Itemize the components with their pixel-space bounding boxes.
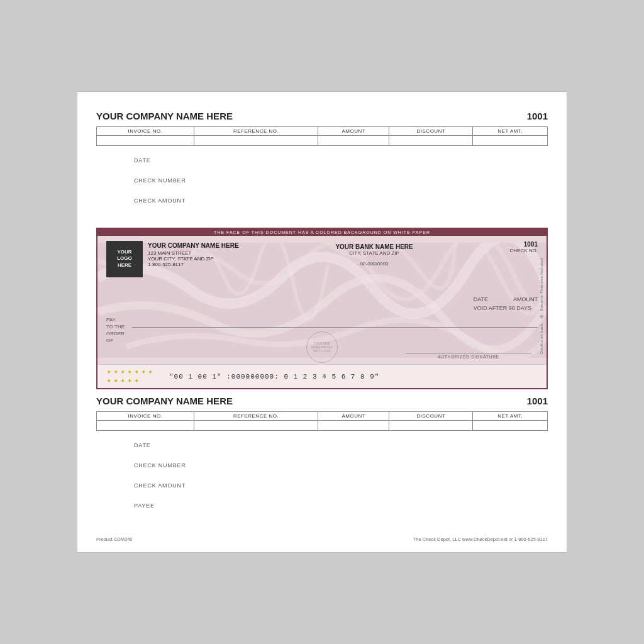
check-number-field-bottom: CHECK NUMBER <box>134 462 548 469</box>
micr-text: "00 1 00 1" :000000000: 0 1 2 3 4 5 6 7 … <box>169 373 379 380</box>
star-12: ✦ <box>134 377 139 384</box>
check-mid-row: DATE AMOUNT <box>106 296 538 303</box>
star-9: ✦ <box>113 377 118 384</box>
star-8: ✦ <box>106 377 111 384</box>
col-discount: DISCOUNT <box>389 126 473 135</box>
top-stub: YOUR COMPANY NAME HERE 1001 INVOICE NO. … <box>96 104 548 228</box>
top-check-number: 1001 <box>527 111 548 121</box>
logo-line3: HERE <box>118 262 131 269</box>
check-amount-field-bottom: CHECK AMOUNT <box>134 482 548 489</box>
star-10: ✦ <box>120 377 125 384</box>
logo-line1: YOUR <box>117 249 131 255</box>
bank-address: CITY, STATE AND ZIP <box>239 250 510 256</box>
check-company-name: YOUR COMPANY NAME HERE <box>148 241 239 250</box>
micr-line: ✦ ✦ ✦ ✦ ✦ ✦ ✦ ✦ ✦ ✦ ✦ ✦ "00 1 00 1" :000… <box>97 364 547 388</box>
star-3: ✦ <box>120 369 125 375</box>
check-number-field-top: CHECK NUMBER <box>134 177 548 184</box>
check-address1: 123 MAIN STREET <box>148 250 239 256</box>
security-back-text: Details on back. <box>540 322 543 354</box>
security-side: Security Features Included ⊕ Details on … <box>536 243 547 370</box>
col-reference-no: REFERENCE NO. <box>194 126 318 135</box>
star-1: ✦ <box>106 369 111 375</box>
check-center: YOUR BANK NAME HERE CITY, STATE AND ZIP … <box>239 241 510 267</box>
date-field-top: DATE <box>134 157 548 164</box>
security-banner: THE FACE OF THIS DOCUMENT HAS A COLORED … <box>97 229 547 236</box>
top-stub-fields: DATE CHECK NUMBER CHECK AMOUNT <box>96 157 548 204</box>
check-left: YOUR LOGO HERE YOUR COMPANY NAME HERE 12… <box>106 241 239 277</box>
col-net-amt: NET AMT. <box>473 126 548 135</box>
security-icon: ⊕ <box>540 314 544 319</box>
amount-label: AMOUNT <box>513 296 538 303</box>
col-amount: AMOUNT <box>318 126 389 135</box>
top-company-name: YOUR COMPANY NAME HERE <box>96 111 233 121</box>
logo-box: YOUR LOGO HERE <box>106 241 143 277</box>
check-top-row: YOUR LOGO HERE YOUR COMPANY NAME HERE 12… <box>106 241 538 277</box>
payee-field: PAYEE <box>134 502 548 509</box>
check-document: YOUR COMPANY NAME HERE 1001 INVOICE NO. … <box>77 91 567 553</box>
bottom-stub-fields: DATE CHECK NUMBER CHECK AMOUNT PAYEE <box>96 442 548 509</box>
check-no-label: CHECK NO. <box>510 248 538 253</box>
star-4: ✦ <box>127 369 132 375</box>
star-2: ✦ <box>113 369 118 375</box>
security-features-text: Security Features Included <box>540 258 543 311</box>
check-phone: 1-800-625-8117 <box>148 262 239 267</box>
date-label: DATE <box>474 296 488 303</box>
star-7: ✦ <box>148 369 153 375</box>
star-5: ✦ <box>134 369 139 375</box>
bottom-company-name: YOUR COMPANY NAME HERE <box>96 396 233 406</box>
bottom-check-number: 1001 <box>527 396 548 406</box>
watermark-text: FOUR MED MADE PROUD WITH LOVE <box>309 341 335 353</box>
void-label: VOID AFTER 90 DAYS <box>106 305 531 311</box>
bottom-stub: YOUR COMPANY NAME HERE 1001 INVOICE NO. … <box>96 389 548 526</box>
bottom-col-discount: DISCOUNT <box>389 412 473 421</box>
star-6: ✦ <box>141 369 146 375</box>
signature-label: AUTHORIZED SIGNATURE <box>406 355 531 359</box>
stars-pattern: ✦ ✦ ✦ ✦ ✦ ✦ ✦ ✦ ✦ ✦ ✦ ✦ <box>106 369 157 384</box>
signature-block: AUTHORIZED SIGNATURE <box>406 353 531 359</box>
star-11: ✦ <box>127 377 132 384</box>
logo-line2: LOGO <box>117 255 132 262</box>
check-amount-field-top: CHECK AMOUNT <box>134 197 548 204</box>
col-invoice-no: INVOICE NO. <box>97 126 194 135</box>
bottom-col-amount: AMOUNT <box>318 412 389 421</box>
pay-line <box>132 316 538 328</box>
check-address2: YOUR CITY, STATE AND ZIP <box>148 256 239 262</box>
top-invoice-table: INVOICE NO. REFERENCE NO. AMOUNT DISCOUN… <box>96 126 548 146</box>
bank-name: YOUR BANK NAME HERE <box>239 243 510 250</box>
watermark-circle: FOUR MED MADE PROUD WITH LOVE <box>306 331 338 363</box>
bottom-col-net-amt: NET AMT. <box>473 412 548 421</box>
bottom-col-reference-no: REFERENCE NO. <box>194 412 318 421</box>
company-info: YOUR COMPANY NAME HERE 123 MAIN STREET Y… <box>148 241 239 267</box>
bottom-invoice-table: INVOICE NO. REFERENCE NO. AMOUNT DISCOUN… <box>96 411 548 431</box>
check-section: THE FACE OF THIS DOCUMENT HAS A COLORED … <box>96 228 548 390</box>
check-right: 1001 CHECK NO. <box>510 241 538 253</box>
page-footer: Product CDM340 The Check Depot, LLC www.… <box>96 533 548 542</box>
product-code: Product CDM340 <box>96 536 133 542</box>
routing-number: 00-000/0000 <box>239 261 510 267</box>
pay-label: PAYTO THEORDEROF <box>106 316 125 345</box>
check-number-display: 1001 <box>510 241 538 248</box>
company-footer-info: The Check Depot, LLC www.CheckDepot.net … <box>413 536 548 542</box>
signature-line <box>406 353 531 353</box>
watermark: FOUR MED MADE PROUD WITH LOVE <box>306 331 338 363</box>
bottom-col-invoice-no: INVOICE NO. <box>97 412 194 421</box>
date-field-bottom: DATE <box>134 442 548 448</box>
